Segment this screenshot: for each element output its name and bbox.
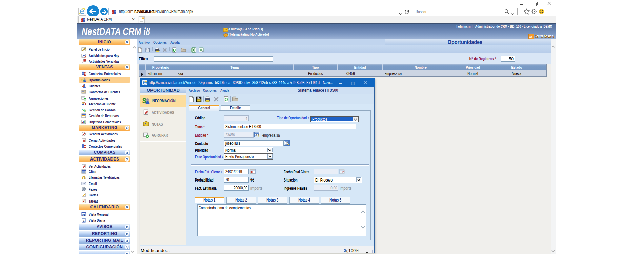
svg-text:o: o xyxy=(84,109,86,112)
svg-text:S: S xyxy=(82,107,84,112)
svg-text:S: S xyxy=(81,77,84,82)
svg-text:1: 1 xyxy=(83,219,85,223)
svg-text:S: S xyxy=(142,97,146,104)
svg-text:31: 31 xyxy=(82,213,85,216)
